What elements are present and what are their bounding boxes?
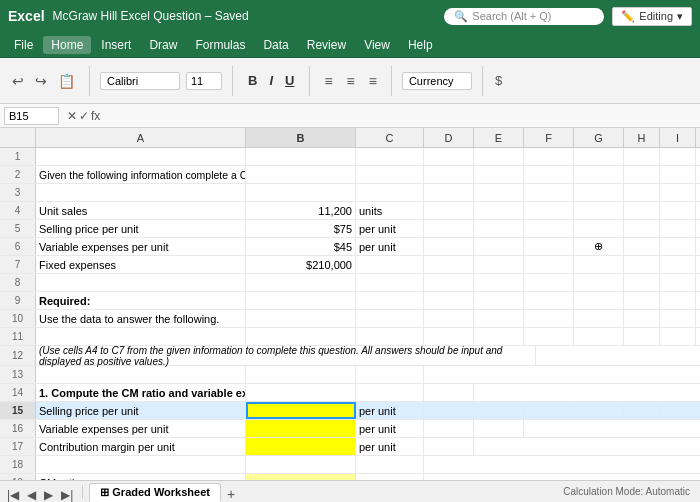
cell-d2[interactable] xyxy=(424,166,474,183)
cell-g6[interactable]: ⊕ xyxy=(574,238,624,255)
tab-nav-prev[interactable]: ◀ xyxy=(24,488,39,502)
cell-a16[interactable]: Variable expenses per unit xyxy=(36,420,246,437)
cell-b15[interactable] xyxy=(246,402,356,419)
number-format-selector[interactable] xyxy=(402,72,472,90)
cell-j3[interactable] xyxy=(696,184,700,201)
cell-b1[interactable] xyxy=(246,148,356,165)
undo-button[interactable]: ↩ xyxy=(8,71,28,91)
cell-b18[interactable] xyxy=(246,456,356,473)
cell-b13[interactable] xyxy=(246,366,356,383)
cell-g15[interactable] xyxy=(574,402,624,419)
cell-g8[interactable] xyxy=(574,274,624,291)
cell-a18[interactable] xyxy=(36,456,246,473)
function-icon[interactable]: fx xyxy=(91,109,100,123)
cell-a9[interactable]: Required: xyxy=(36,292,246,309)
menu-file[interactable]: File xyxy=(6,36,41,54)
cell-i1[interactable] xyxy=(660,148,696,165)
cell-i5[interactable] xyxy=(660,220,696,237)
cell-f4[interactable] xyxy=(524,202,574,219)
cell-j11[interactable] xyxy=(696,328,700,345)
cell-h7[interactable] xyxy=(624,256,660,273)
cell-h8[interactable] xyxy=(624,274,660,291)
cell-i2[interactable] xyxy=(660,166,696,183)
cell-g2[interactable] xyxy=(574,166,624,183)
cell-a4[interactable]: Unit sales xyxy=(36,202,246,219)
cell-a15[interactable]: Selling price per unit xyxy=(36,402,246,419)
cancel-formula-icon[interactable]: ✕ xyxy=(67,109,77,123)
cell-e5[interactable] xyxy=(474,220,524,237)
cell-h4[interactable] xyxy=(624,202,660,219)
cell-g9[interactable] xyxy=(574,292,624,309)
cell-a3[interactable] xyxy=(36,184,246,201)
cell-d10[interactable] xyxy=(424,310,474,327)
cell-d3[interactable] xyxy=(424,184,474,201)
cell-b4[interactable]: 11,200 xyxy=(246,202,356,219)
formula-input[interactable] xyxy=(108,109,696,123)
cell-a10[interactable]: Use the data to answer the following. xyxy=(36,310,246,327)
cell-c16[interactable]: per unit xyxy=(356,420,424,437)
cell-i9[interactable] xyxy=(660,292,696,309)
cell-a17[interactable]: Contribution margin per unit xyxy=(36,438,246,455)
cell-g7[interactable] xyxy=(574,256,624,273)
cell-d9[interactable] xyxy=(424,292,474,309)
cell-f7[interactable] xyxy=(524,256,574,273)
cell-reference-box[interactable] xyxy=(4,107,59,125)
cell-g1[interactable] xyxy=(574,148,624,165)
cell-h2[interactable] xyxy=(624,166,660,183)
align-right-button[interactable]: ≡ xyxy=(365,71,381,91)
bold-button[interactable]: B xyxy=(243,71,262,90)
cell-e10[interactable] xyxy=(474,310,524,327)
align-left-button[interactable]: ≡ xyxy=(320,71,336,91)
cell-a13[interactable] xyxy=(36,366,246,383)
cell-g5[interactable] xyxy=(574,220,624,237)
cell-e9[interactable] xyxy=(474,292,524,309)
italic-button[interactable]: I xyxy=(264,71,278,90)
cell-e2[interactable] xyxy=(474,166,524,183)
add-sheet-button[interactable]: + xyxy=(223,486,239,502)
tab-nav-first[interactable]: |◀ xyxy=(4,488,22,502)
cell-f6[interactable] xyxy=(524,238,574,255)
cell-f15[interactable] xyxy=(524,402,574,419)
cell-a6[interactable]: Variable expenses per unit xyxy=(36,238,246,255)
cell-c9[interactable] xyxy=(356,292,424,309)
cell-c13[interactable] xyxy=(356,366,424,383)
cell-e11[interactable] xyxy=(474,328,524,345)
cell-c2[interactable] xyxy=(356,166,424,183)
cell-h5[interactable] xyxy=(624,220,660,237)
cell-e7[interactable] xyxy=(474,256,524,273)
font-selector[interactable] xyxy=(100,72,180,90)
cell-c4[interactable]: units xyxy=(356,202,424,219)
cell-j1[interactable] xyxy=(696,148,700,165)
cell-c14[interactable] xyxy=(356,384,424,401)
menu-help[interactable]: Help xyxy=(400,36,441,54)
cell-f10[interactable] xyxy=(524,310,574,327)
cell-d8[interactable] xyxy=(424,274,474,291)
cell-e3[interactable] xyxy=(474,184,524,201)
cell-c1[interactable] xyxy=(356,148,424,165)
cell-b3[interactable] xyxy=(246,184,356,201)
clipboard-button[interactable]: 📋 xyxy=(54,71,79,91)
cell-a7[interactable]: Fixed expenses xyxy=(36,256,246,273)
cell-c5[interactable]: per unit xyxy=(356,220,424,237)
cell-g3[interactable] xyxy=(574,184,624,201)
editing-button[interactable]: ✏️ Editing ▾ xyxy=(612,7,692,26)
cell-e8[interactable] xyxy=(474,274,524,291)
cell-c15[interactable]: per unit xyxy=(356,402,424,419)
cell-i8[interactable] xyxy=(660,274,696,291)
cell-j6[interactable] xyxy=(696,238,700,255)
cell-j10[interactable] xyxy=(696,310,700,327)
cell-e1[interactable] xyxy=(474,148,524,165)
align-center-button[interactable]: ≡ xyxy=(343,71,359,91)
menu-review[interactable]: Review xyxy=(299,36,354,54)
cell-i7[interactable] xyxy=(660,256,696,273)
cell-h11[interactable] xyxy=(624,328,660,345)
cell-e16[interactable] xyxy=(474,420,524,437)
cell-d14[interactable] xyxy=(424,384,474,401)
cell-g10[interactable] xyxy=(574,310,624,327)
cell-h3[interactable] xyxy=(624,184,660,201)
cell-h1[interactable] xyxy=(624,148,660,165)
cell-f5[interactable] xyxy=(524,220,574,237)
cell-a11[interactable] xyxy=(36,328,246,345)
redo-button[interactable]: ↪ xyxy=(31,71,51,91)
cell-f9[interactable] xyxy=(524,292,574,309)
